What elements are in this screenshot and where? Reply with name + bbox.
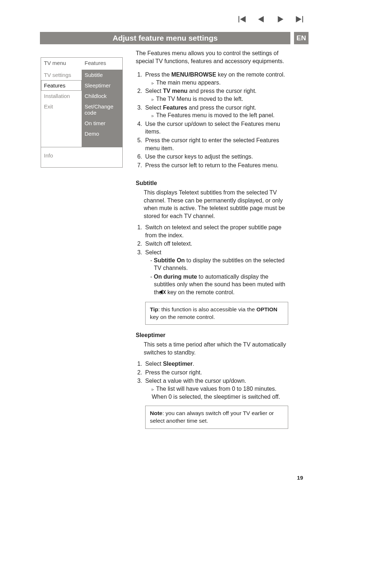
list-item: Select - Subtitle On to display the subt… [144, 249, 288, 325]
main-steps: Press the MENU/BROWSE key on the remote … [136, 71, 288, 169]
tvmenu-left-item-selected: Features [41, 80, 82, 91]
svg-marker-5 [296, 16, 301, 22]
list-item: Select Features and press the cursor rig… [144, 104, 288, 119]
svg-marker-2 [258, 16, 264, 22]
svg-rect-0 [238, 16, 239, 22]
intro-text: The Features menu allows you to control … [136, 49, 288, 65]
list-item: Select TV menu and press the cursor righ… [144, 87, 288, 103]
language-badge: EN [294, 32, 309, 44]
result-text: The main menu appears. [145, 79, 288, 87]
list-item: Switch on teletext and select the proper… [144, 223, 288, 239]
tip-box: Tip: this function is also accessible vi… [145, 302, 288, 325]
list-item: Press the MENU/BROWSE key on the remote … [144, 71, 288, 86]
tvmenu-right-item: Set/Change code [82, 101, 122, 118]
list-item: Press the cursor right to enter the sele… [144, 136, 288, 152]
tvmenu-left-header: TV menu [41, 58, 82, 70]
subtitle-steps: Switch on teletext and select the proper… [136, 223, 288, 325]
result-text: The list will have values from 0 to 180 … [145, 385, 288, 401]
sleeptimer-desc: This sets a time period after which the … [136, 341, 288, 356]
page-number: 19 [297, 475, 303, 481]
tvmenu-right-item: Childlock [82, 91, 122, 101]
sleeptimer-steps: Select Sleeptimer. Press the cursor righ… [136, 360, 288, 429]
list-item: Select a value with the cursor up/down. … [144, 377, 288, 429]
page-title-bar: Adjust feature menu settings [40, 32, 290, 44]
next-icon[interactable] [276, 16, 284, 24]
page-title: Adjust feature menu settings [113, 34, 217, 42]
tvmenu-right-header: Features [82, 58, 122, 70]
result-text: The Features menu is moved to the left p… [145, 111, 288, 119]
skip-next-icon[interactable] [295, 16, 303, 24]
subtitle-desc: This displays Teletext subtitles from th… [136, 189, 288, 220]
svg-rect-4 [302, 16, 303, 22]
skip-prev-icon[interactable] [238, 16, 246, 24]
result-text: The TV Menu is moved to the left. [145, 95, 288, 103]
list-item: Select Sleeptimer. [144, 360, 288, 368]
note-box: Note: you can always switch off your TV … [145, 406, 288, 429]
tvmenu-info-row: Info [41, 147, 122, 167]
tvmenu-right-item: Subtitle [82, 70, 122, 80]
list-item: Press the cursor right. [144, 369, 288, 377]
prev-icon[interactable] [257, 16, 265, 24]
svg-marker-3 [278, 16, 283, 22]
list-item: Use the cursor up/down to select the Fea… [144, 120, 288, 136]
tv-menu-diagram: TV menu Features TV settings Subtitle Fe… [41, 57, 123, 168]
subtitle-heading: Subtitle [136, 179, 288, 187]
sleeptimer-heading: Sleeptimer [136, 331, 288, 339]
list-item: Switch off teletext. [144, 240, 288, 248]
tvmenu-right-item: Sleeptimer [82, 80, 122, 91]
tvmenu-left-item: Installation [41, 91, 82, 101]
list-item: Press the cursor left to return to the F… [144, 161, 288, 169]
content-column: The Features menu allows you to control … [136, 49, 288, 430]
nav-icons-bar [238, 16, 303, 24]
tvmenu-right-item: On timer [82, 118, 122, 128]
svg-marker-1 [240, 16, 245, 22]
list-item: Use the cursor keys to adjust the settin… [144, 153, 288, 161]
svg-marker-6 [160, 290, 163, 295]
tvmenu-left-item: Exit [41, 101, 82, 118]
tvmenu-left-item: TV settings [41, 70, 82, 80]
tvmenu-right-item: Demo [82, 128, 122, 139]
